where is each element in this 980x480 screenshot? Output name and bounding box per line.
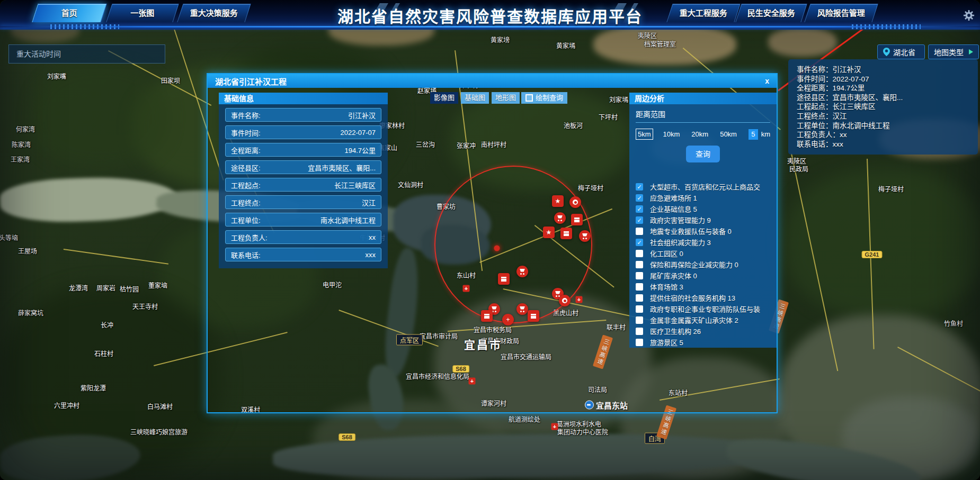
checkbox-unchecked[interactable] — [636, 250, 643, 257]
basic-info-row[interactable]: 全程距离:194.7公里 — [225, 143, 381, 157]
analysis-checkbox-row[interactable]: 旅游景区 5 — [636, 337, 770, 348]
checkbox-checked[interactable]: ✓ — [636, 239, 643, 246]
draw-rect-icon — [525, 94, 533, 102]
distance-option-5km[interactable]: 5km — [636, 129, 653, 140]
analysis-checkbox-row[interactable]: ✓政府灾害管理能力 9 — [636, 214, 770, 225]
map-type-button[interactable]: 地图类型 — [928, 44, 979, 59]
basic-info-panel: 基础信息 事件名称:引江补汉事件时间:2022-07-07全程距离:194.7公… — [219, 93, 388, 268]
event-info-row: 全程距离：194.7公里 — [797, 84, 969, 93]
map-place-label: 枯竹园 — [120, 284, 139, 293]
checkbox-label: 化工园区 0 — [650, 248, 765, 258]
distance-option-10km[interactable]: 10km — [663, 130, 680, 138]
basic-info-row[interactable]: 工程起点:长江三峡库区 — [225, 178, 381, 192]
checkbox-unchecked[interactable] — [636, 328, 643, 335]
nav-tab-right-3[interactable]: 风险报告管理 — [804, 4, 878, 22]
nav-decor-ticks-right — [852, 24, 921, 29]
analysis-checkbox-row[interactable]: ✓企业基础信息 5 — [636, 203, 770, 214]
checkbox-label: 体育场馆 3 — [650, 282, 765, 292]
query-button[interactable]: 查询 — [686, 146, 720, 162]
analysis-checkbox-row[interactable]: 提供住宿的社会服务机构 13 — [636, 292, 770, 303]
distance-option-20km[interactable]: 20km — [691, 130, 708, 138]
map-place-label: 刘家嘴 — [47, 71, 66, 80]
analysis-checkbox-row[interactable]: ✓社会组织减灾能力 3 — [636, 237, 770, 248]
map-place-label: 长冲 — [101, 320, 113, 329]
map-place-label: 紫阳龙潭 — [81, 383, 106, 392]
nav-tab-3[interactable]: 重大决策服务 — [177, 4, 251, 22]
map-place-label: 竹鱼村 — [944, 319, 963, 328]
checkbox-unchecked[interactable] — [636, 294, 643, 302]
settings-button[interactable] — [963, 10, 975, 23]
map-place-label: 天王寺村 — [132, 302, 158, 311]
nav-tab-label: 风险报告管理 — [808, 4, 875, 22]
layer-button-3[interactable]: 地形图 — [492, 92, 520, 104]
road-number-badge: S68 — [338, 433, 355, 441]
map-place-label: 头等垴 — [0, 233, 18, 242]
region-button[interactable]: 湖北省 — [877, 44, 925, 59]
draw-query-button[interactable]: 绘制查询 — [521, 92, 567, 104]
basic-info-row[interactable]: 途径县区:宜昌市夷陵区、襄阳... — [225, 160, 381, 174]
road-line — [64, 249, 168, 265]
map-place-label: 集团动力中心医院 — [557, 427, 608, 436]
distance-option-50km[interactable]: 50km — [720, 130, 737, 138]
analysis-checkbox-row[interactable]: 地震专业救援队伍与装备 0 — [636, 225, 770, 237]
basic-info-row[interactable]: 联系电话:xxx — [225, 248, 381, 261]
checkbox-checked[interactable]: ✓ — [636, 194, 643, 202]
checkbox-checked[interactable]: ✓ — [636, 216, 643, 224]
checkbox-unchecked[interactable] — [636, 261, 643, 268]
field-value: 汉江 — [362, 197, 376, 207]
nav-tab-right-2[interactable]: 民生安全服务 — [735, 4, 807, 22]
layer-button-2[interactable]: 基础图 — [461, 92, 489, 104]
map-place-label: 白马滩村 — [147, 402, 173, 411]
field-label: 联系电话: — [231, 250, 261, 260]
basic-info-row[interactable]: 事件名称:引江补汉 — [225, 108, 381, 122]
nav-tab-1[interactable]: 首页 — [32, 4, 106, 22]
checkbox-unchecked[interactable] — [636, 272, 643, 279]
analysis-checkbox-row[interactable]: 尾矿库承灾体 0 — [636, 270, 770, 281]
map-place-label: 王家湾 — [11, 155, 30, 164]
basic-info-row[interactable]: 工程单位:南水北调中线工程 — [225, 213, 381, 227]
gear-icon — [963, 10, 975, 21]
analysis-checkbox-row[interactable]: 金属非金属露天矿山承灾体 2 — [636, 314, 770, 325]
nav-tab-2[interactable]: 一张图 — [106, 4, 179, 22]
analysis-checkbox-row[interactable]: ✓应急避难场所 1 — [636, 192, 770, 203]
analysis-checkbox-row[interactable]: 保险和再保险企业减灾能力 0 — [636, 259, 770, 270]
event-info-row: 工程终点：汉江 — [797, 112, 969, 121]
checkbox-unchecked[interactable] — [636, 228, 643, 235]
analysis-checkbox-row[interactable]: 体育场馆 3 — [636, 281, 770, 292]
layer-switcher: 影像图基础图地形图 — [430, 92, 520, 104]
analysis-checkbox-row[interactable]: 政府专职和企事业专职消防队伍与装 — [636, 303, 770, 314]
event-info-row: 联系电话：xxx — [797, 140, 969, 149]
distance-range-label: 距离范围 — [636, 108, 770, 123]
basic-info-row[interactable]: 事件时间:2022-07-07 — [225, 125, 381, 139]
map-place-label: 周家岩 — [96, 283, 115, 292]
hospital-cross-marker[interactable]: + — [551, 423, 558, 430]
field-label: 工程终点: — [231, 197, 261, 207]
analysis-checkbox-row[interactable]: 医疗卫生机构 26 — [636, 325, 770, 337]
analysis-checkbox-row[interactable]: 化工园区 0 — [636, 248, 770, 259]
checkbox-checked[interactable]: ✓ — [636, 205, 643, 213]
map-place-label: 陈家湾 — [12, 140, 31, 149]
distance-custom-unit: km — [761, 130, 770, 138]
layer-button-1[interactable]: 影像图 — [430, 92, 458, 104]
checkbox-unchecked[interactable] — [636, 305, 643, 313]
basic-info-row[interactable]: 工程终点:汉江 — [225, 195, 381, 209]
checkbox-unchecked[interactable] — [636, 283, 643, 291]
checkbox-label: 旅游景区 5 — [650, 337, 765, 347]
basic-info-row[interactable]: 工程负责人:xx — [225, 230, 381, 244]
nav-tab-right-1[interactable]: 重大工程服务 — [666, 4, 740, 22]
checkbox-unchecked[interactable] — [636, 316, 643, 324]
nav-tab-label: 民生安全服务 — [739, 4, 804, 22]
close-icon[interactable]: x — [765, 77, 769, 85]
checkbox-unchecked[interactable] — [636, 339, 643, 346]
major-activity-time-input[interactable]: 重大活动时间 — [8, 44, 165, 64]
surrounding-analysis-panel: 周边分析 距离范围 5km10km20km50km5km 查询 ✓大型超市、百货… — [629, 93, 777, 348]
checkbox-label: 政府专职和企事业专职消防队伍与装 — [650, 304, 765, 314]
checkbox-label: 企业基础信息 5 — [650, 204, 765, 214]
app-root: 刘家嘴田家坝何家湾陈家湾王家湾头等垴王屋场薛家窝坑龙潭湾周家岩枯竹园董家垴天王寺… — [0, 0, 980, 480]
distance-custom-input[interactable]: 5 — [749, 129, 758, 140]
map-place-label: 档案管理室 — [644, 39, 676, 48]
nav-decor-ticks-left — [50, 24, 119, 29]
checkbox-checked[interactable]: ✓ — [636, 183, 643, 191]
analysis-checkbox-row[interactable]: ✓大型超市、百货店和亿元以上商品交 — [636, 181, 770, 192]
field-label: 工程起点: — [231, 180, 261, 190]
